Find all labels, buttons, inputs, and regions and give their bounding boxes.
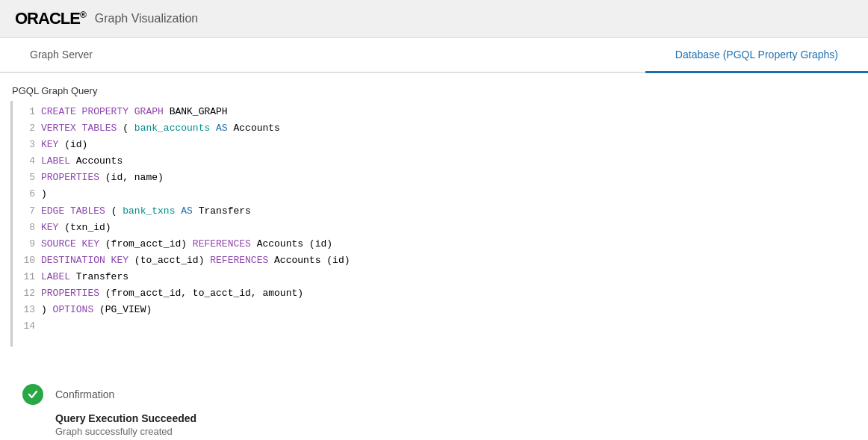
- code-line: 2VERTEX TABLES ( bank_accounts AS Accoun…: [13, 120, 868, 137]
- line-content: DESTINATION KEY (to_acct_id) REFERENCES …: [41, 252, 350, 269]
- line-content: LABEL Accounts: [41, 153, 123, 170]
- code-line: 9SOURCE KEY (from_acct_id) REFERENCES Ac…: [13, 236, 868, 252]
- success-icon: [22, 384, 43, 405]
- confirmation-header: Confirmation: [22, 384, 846, 405]
- tab-spacer: [123, 38, 645, 72]
- confirmation-body: Query Execution Succeeded Graph successf…: [55, 412, 846, 437]
- confirmation-title: Confirmation: [55, 388, 114, 400]
- line-content: PROPERTIES (from_acct_id, to_acct_id, am…: [41, 285, 303, 302]
- token: AS: [181, 205, 193, 217]
- token: Accounts: [228, 123, 280, 134]
- line-number: 8: [17, 220, 35, 236]
- token: OPTIONS: [53, 304, 94, 315]
- token: (: [105, 205, 123, 217]
- app-title: Graph Visualization: [95, 12, 198, 25]
- line-content: PROPERTIES (id, name): [41, 170, 164, 186]
- line-content: CREATE PROPERTY GRAPH BANK_GRAPH: [41, 104, 228, 120]
- line-content: ) OPTIONS (PG_VIEW): [41, 302, 152, 318]
- token: KEY: [41, 222, 58, 233]
- token: ): [41, 188, 47, 199]
- token: (from_acct_id, to_acct_id, amount): [99, 288, 303, 299]
- token: Accounts (id): [268, 255, 350, 266]
- code-line: 8KEY (txn_id): [13, 220, 868, 236]
- code-line: 5PROPERTIES (id, name): [13, 170, 868, 186]
- line-number: 1: [17, 104, 35, 120]
- query-label: PGQL Graph Query: [0, 81, 868, 101]
- line-content: ): [41, 186, 47, 202]
- token: REFERENCES: [210, 255, 268, 266]
- line-content: VERTEX TABLES ( bank_accounts AS Account…: [41, 120, 280, 137]
- token: Transfers: [193, 205, 251, 217]
- code-line: 1CREATE PROPERTY GRAPH BANK_GRAPH: [13, 104, 868, 120]
- token: AS: [216, 123, 228, 134]
- confirmation-area: Confirmation Query Execution Succeeded G…: [0, 369, 868, 440]
- token: EDGE TABLES: [41, 205, 105, 217]
- line-number: 9: [17, 236, 35, 252]
- line-number: 2: [17, 120, 35, 137]
- line-number: 5: [17, 170, 35, 186]
- success-subtext: Graph successfully created: [55, 426, 846, 437]
- line-number: 14: [17, 318, 35, 335]
- line-content: KEY (id): [41, 137, 87, 153]
- tab-graph-server[interactable]: Graph Server: [0, 38, 123, 73]
- oracle-logo: ORACLE®: [15, 9, 86, 28]
- line-number: 7: [17, 203, 35, 220]
- token: bank_accounts: [134, 123, 210, 134]
- line-number: 12: [17, 285, 35, 302]
- app-header: ORACLE® Graph Visualization: [0, 0, 868, 38]
- token: (to_acct_id): [128, 255, 210, 266]
- code-line: 6): [13, 186, 868, 202]
- code-line: 13) OPTIONS (PG_VIEW): [13, 302, 868, 318]
- code-line: 11LABEL Transfers: [13, 269, 868, 285]
- token: Transfers: [70, 271, 128, 282]
- token: KEY: [41, 139, 58, 150]
- line-number: 3: [17, 137, 35, 153]
- code-line: 14: [13, 318, 868, 335]
- token: REFERENCES: [193, 238, 251, 250]
- token: LABEL: [41, 271, 70, 282]
- token: [210, 123, 216, 134]
- token: PROPERTIES: [41, 172, 99, 183]
- line-content: KEY (txn_id): [41, 220, 111, 236]
- token: (from_acct_id): [99, 238, 193, 250]
- tab-bar: Graph Server Database (PGQL Property Gra…: [0, 38, 868, 73]
- token: SOURCE KEY: [41, 238, 99, 250]
- line-number: 11: [17, 269, 35, 285]
- code-line: 3KEY (id): [13, 137, 868, 153]
- line-number: 4: [17, 153, 35, 170]
- token: (: [117, 123, 134, 134]
- token: VERTEX TABLES: [41, 123, 117, 134]
- token: Accounts: [70, 155, 123, 167]
- code-line: 12PROPERTIES (from_acct_id, to_acct_id, …: [13, 285, 868, 302]
- token: Accounts (id): [251, 238, 332, 250]
- line-number: 6: [17, 186, 35, 202]
- line-content: EDGE TABLES ( bank_txns AS Transfers: [41, 203, 251, 220]
- token: (id): [58, 139, 87, 150]
- line-number: 13: [17, 302, 35, 318]
- code-line: 7EDGE TABLES ( bank_txns AS Transfers: [13, 203, 868, 220]
- token: BANK_GRAPH: [170, 106, 228, 117]
- token: DESTINATION KEY: [41, 255, 128, 266]
- line-content: LABEL Transfers: [41, 269, 128, 285]
- token: (txn_id): [58, 222, 111, 233]
- query-section: PGQL Graph Query 1CREATE PROPERTY GRAPH …: [0, 73, 868, 347]
- token: LABEL: [41, 155, 70, 167]
- code-area[interactable]: 1CREATE PROPERTY GRAPH BANK_GRAPH2VERTEX…: [10, 101, 868, 347]
- token: (PG_VIEW): [93, 304, 152, 315]
- code-line: 4LABEL Accounts: [13, 153, 868, 170]
- tab-database[interactable]: Database (PGQL Property Graphs): [645, 38, 868, 73]
- token: ): [41, 304, 53, 315]
- token: CREATE PROPERTY GRAPH: [41, 106, 170, 117]
- token: (id, name): [99, 172, 164, 183]
- token: PROPERTIES: [41, 288, 99, 299]
- token: bank_txns: [123, 205, 175, 217]
- success-heading: Query Execution Succeeded: [55, 412, 846, 424]
- main-content: PGQL Graph Query 1CREATE PROPERTY GRAPH …: [0, 73, 868, 440]
- line-number: 10: [17, 252, 35, 269]
- line-content: SOURCE KEY (from_acct_id) REFERENCES Acc…: [41, 236, 332, 252]
- code-line: 10DESTINATION KEY (to_acct_id) REFERENCE…: [13, 252, 868, 269]
